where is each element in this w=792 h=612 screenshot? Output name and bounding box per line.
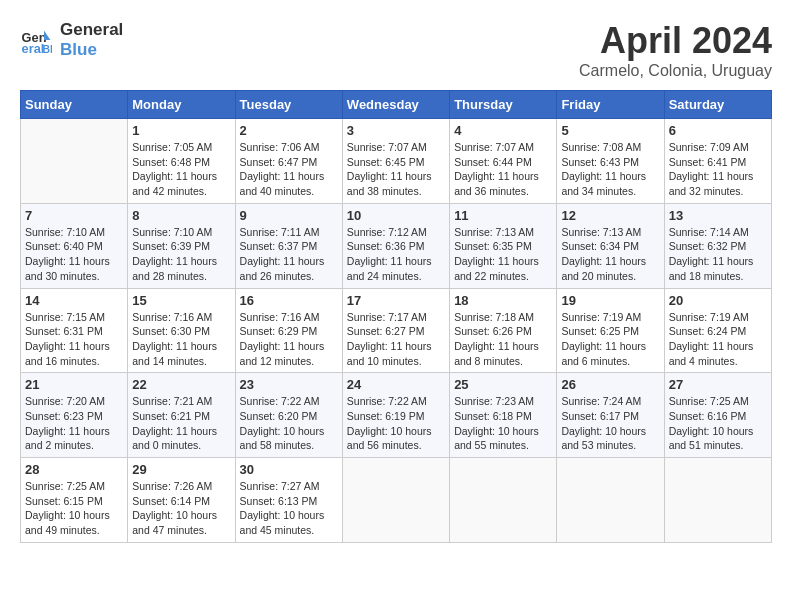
calendar-cell: 3Sunrise: 7:07 AM Sunset: 6:45 PM Daylig…: [342, 119, 449, 204]
day-number: 13: [669, 208, 767, 223]
calendar-cell: 20Sunrise: 7:19 AM Sunset: 6:24 PM Dayli…: [664, 288, 771, 373]
weekday-header-sunday: Sunday: [21, 91, 128, 119]
calendar-cell: 27Sunrise: 7:25 AM Sunset: 6:16 PM Dayli…: [664, 373, 771, 458]
day-info: Sunrise: 7:12 AM Sunset: 6:36 PM Dayligh…: [347, 225, 445, 284]
calendar-cell: 24Sunrise: 7:22 AM Sunset: 6:19 PM Dayli…: [342, 373, 449, 458]
weekday-header-monday: Monday: [128, 91, 235, 119]
day-info: Sunrise: 7:25 AM Sunset: 6:16 PM Dayligh…: [669, 394, 767, 453]
weekday-header-saturday: Saturday: [664, 91, 771, 119]
day-number: 16: [240, 293, 338, 308]
day-info: Sunrise: 7:20 AM Sunset: 6:23 PM Dayligh…: [25, 394, 123, 453]
day-info: Sunrise: 7:24 AM Sunset: 6:17 PM Dayligh…: [561, 394, 659, 453]
day-info: Sunrise: 7:06 AM Sunset: 6:47 PM Dayligh…: [240, 140, 338, 199]
calendar-cell: 2Sunrise: 7:06 AM Sunset: 6:47 PM Daylig…: [235, 119, 342, 204]
day-info: Sunrise: 7:08 AM Sunset: 6:43 PM Dayligh…: [561, 140, 659, 199]
calendar-week-row: 14Sunrise: 7:15 AM Sunset: 6:31 PM Dayli…: [21, 288, 772, 373]
calendar-cell: 1Sunrise: 7:05 AM Sunset: 6:48 PM Daylig…: [128, 119, 235, 204]
day-number: 20: [669, 293, 767, 308]
day-number: 3: [347, 123, 445, 138]
calendar-cell: 7Sunrise: 7:10 AM Sunset: 6:40 PM Daylig…: [21, 203, 128, 288]
day-info: Sunrise: 7:26 AM Sunset: 6:14 PM Dayligh…: [132, 479, 230, 538]
day-number: 28: [25, 462, 123, 477]
day-info: Sunrise: 7:10 AM Sunset: 6:39 PM Dayligh…: [132, 225, 230, 284]
day-info: Sunrise: 7:10 AM Sunset: 6:40 PM Dayligh…: [25, 225, 123, 284]
day-info: Sunrise: 7:25 AM Sunset: 6:15 PM Dayligh…: [25, 479, 123, 538]
logo-icon: Gen eral Blue: [20, 24, 52, 56]
day-info: Sunrise: 7:13 AM Sunset: 6:34 PM Dayligh…: [561, 225, 659, 284]
calendar-cell: 21Sunrise: 7:20 AM Sunset: 6:23 PM Dayli…: [21, 373, 128, 458]
day-number: 8: [132, 208, 230, 223]
calendar-cell: [450, 458, 557, 543]
calendar-cell: 17Sunrise: 7:17 AM Sunset: 6:27 PM Dayli…: [342, 288, 449, 373]
day-info: Sunrise: 7:16 AM Sunset: 6:30 PM Dayligh…: [132, 310, 230, 369]
calendar-cell: 23Sunrise: 7:22 AM Sunset: 6:20 PM Dayli…: [235, 373, 342, 458]
svg-marker-2: [44, 31, 50, 41]
day-info: Sunrise: 7:16 AM Sunset: 6:29 PM Dayligh…: [240, 310, 338, 369]
calendar-cell: 12Sunrise: 7:13 AM Sunset: 6:34 PM Dayli…: [557, 203, 664, 288]
day-number: 27: [669, 377, 767, 392]
day-number: 21: [25, 377, 123, 392]
day-info: Sunrise: 7:22 AM Sunset: 6:20 PM Dayligh…: [240, 394, 338, 453]
calendar-week-row: 21Sunrise: 7:20 AM Sunset: 6:23 PM Dayli…: [21, 373, 772, 458]
logo-text-line2: Blue: [60, 40, 123, 60]
day-number: 26: [561, 377, 659, 392]
calendar-cell: 9Sunrise: 7:11 AM Sunset: 6:37 PM Daylig…: [235, 203, 342, 288]
day-number: 1: [132, 123, 230, 138]
month-title: April 2024: [579, 20, 772, 62]
calendar-week-row: 7Sunrise: 7:10 AM Sunset: 6:40 PM Daylig…: [21, 203, 772, 288]
weekday-header-thursday: Thursday: [450, 91, 557, 119]
day-info: Sunrise: 7:07 AM Sunset: 6:45 PM Dayligh…: [347, 140, 445, 199]
day-info: Sunrise: 7:18 AM Sunset: 6:26 PM Dayligh…: [454, 310, 552, 369]
calendar-cell: 25Sunrise: 7:23 AM Sunset: 6:18 PM Dayli…: [450, 373, 557, 458]
weekday-header-tuesday: Tuesday: [235, 91, 342, 119]
day-number: 30: [240, 462, 338, 477]
calendar-cell: 30Sunrise: 7:27 AM Sunset: 6:13 PM Dayli…: [235, 458, 342, 543]
day-info: Sunrise: 7:09 AM Sunset: 6:41 PM Dayligh…: [669, 140, 767, 199]
calendar-cell: 22Sunrise: 7:21 AM Sunset: 6:21 PM Dayli…: [128, 373, 235, 458]
svg-text:Blue: Blue: [42, 44, 52, 55]
calendar-table: SundayMondayTuesdayWednesdayThursdayFrid…: [20, 90, 772, 543]
svg-text:eral: eral: [22, 41, 45, 56]
day-number: 29: [132, 462, 230, 477]
logo: Gen eral Blue General Blue: [20, 20, 123, 61]
day-info: Sunrise: 7:17 AM Sunset: 6:27 PM Dayligh…: [347, 310, 445, 369]
calendar-cell: 29Sunrise: 7:26 AM Sunset: 6:14 PM Dayli…: [128, 458, 235, 543]
calendar-cell: 19Sunrise: 7:19 AM Sunset: 6:25 PM Dayli…: [557, 288, 664, 373]
day-number: 22: [132, 377, 230, 392]
day-info: Sunrise: 7:27 AM Sunset: 6:13 PM Dayligh…: [240, 479, 338, 538]
calendar-cell: 11Sunrise: 7:13 AM Sunset: 6:35 PM Dayli…: [450, 203, 557, 288]
day-number: 7: [25, 208, 123, 223]
day-number: 5: [561, 123, 659, 138]
calendar-cell: 28Sunrise: 7:25 AM Sunset: 6:15 PM Dayli…: [21, 458, 128, 543]
day-number: 2: [240, 123, 338, 138]
day-info: Sunrise: 7:19 AM Sunset: 6:25 PM Dayligh…: [561, 310, 659, 369]
calendar-cell: [557, 458, 664, 543]
day-info: Sunrise: 7:15 AM Sunset: 6:31 PM Dayligh…: [25, 310, 123, 369]
day-info: Sunrise: 7:23 AM Sunset: 6:18 PM Dayligh…: [454, 394, 552, 453]
day-number: 11: [454, 208, 552, 223]
day-info: Sunrise: 7:13 AM Sunset: 6:35 PM Dayligh…: [454, 225, 552, 284]
day-info: Sunrise: 7:11 AM Sunset: 6:37 PM Dayligh…: [240, 225, 338, 284]
calendar-week-row: 28Sunrise: 7:25 AM Sunset: 6:15 PM Dayli…: [21, 458, 772, 543]
day-info: Sunrise: 7:07 AM Sunset: 6:44 PM Dayligh…: [454, 140, 552, 199]
calendar-cell: [342, 458, 449, 543]
calendar-cell: 6Sunrise: 7:09 AM Sunset: 6:41 PM Daylig…: [664, 119, 771, 204]
calendar-header-row: SundayMondayTuesdayWednesdayThursdayFrid…: [21, 91, 772, 119]
calendar-week-row: 1Sunrise: 7:05 AM Sunset: 6:48 PM Daylig…: [21, 119, 772, 204]
day-number: 15: [132, 293, 230, 308]
calendar-cell: 16Sunrise: 7:16 AM Sunset: 6:29 PM Dayli…: [235, 288, 342, 373]
day-info: Sunrise: 7:05 AM Sunset: 6:48 PM Dayligh…: [132, 140, 230, 199]
day-info: Sunrise: 7:14 AM Sunset: 6:32 PM Dayligh…: [669, 225, 767, 284]
day-number: 10: [347, 208, 445, 223]
weekday-header-friday: Friday: [557, 91, 664, 119]
day-number: 18: [454, 293, 552, 308]
weekday-header-wednesday: Wednesday: [342, 91, 449, 119]
calendar-cell: 4Sunrise: 7:07 AM Sunset: 6:44 PM Daylig…: [450, 119, 557, 204]
day-info: Sunrise: 7:21 AM Sunset: 6:21 PM Dayligh…: [132, 394, 230, 453]
calendar-cell: 8Sunrise: 7:10 AM Sunset: 6:39 PM Daylig…: [128, 203, 235, 288]
day-number: 4: [454, 123, 552, 138]
logo-text-line1: General: [60, 20, 123, 40]
calendar-cell: 10Sunrise: 7:12 AM Sunset: 6:36 PM Dayli…: [342, 203, 449, 288]
day-info: Sunrise: 7:22 AM Sunset: 6:19 PM Dayligh…: [347, 394, 445, 453]
calendar-cell: 13Sunrise: 7:14 AM Sunset: 6:32 PM Dayli…: [664, 203, 771, 288]
